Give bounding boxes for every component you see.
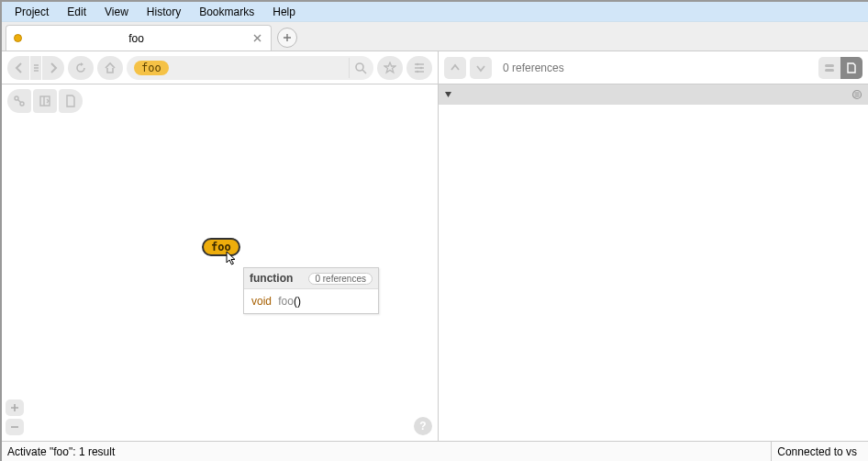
ref-mode-b-button[interactable] <box>840 57 862 79</box>
nav-forward-button[interactable] <box>42 56 64 80</box>
svg-rect-7 <box>825 64 834 67</box>
tab-title: foo <box>29 32 243 45</box>
svg-point-0 <box>356 63 363 71</box>
tab-close-icon[interactable] <box>250 32 263 45</box>
graph-node-foo[interactable]: foo function 0 references void foo() <box>202 238 240 256</box>
ref-down-button[interactable] <box>470 57 492 79</box>
tooltip-signature: void foo() <box>244 289 378 313</box>
zoom-in-button[interactable] <box>6 399 24 416</box>
references-body <box>439 105 868 441</box>
status-connection: Connected to vs <box>771 442 862 461</box>
settings-button[interactable] <box>406 56 432 80</box>
status-bar: Activate "foo": 1 result Connected to vs <box>2 441 868 461</box>
tab-dirty-icon <box>14 34 22 42</box>
help-button[interactable]: ? <box>414 417 432 435</box>
menu-help[interactable]: Help <box>263 4 305 20</box>
graph-toolbar: foo <box>2 51 438 84</box>
menu-history[interactable]: History <box>138 4 190 20</box>
nav-back-forward <box>7 56 64 80</box>
graph-view-button[interactable] <box>7 89 31 113</box>
references-toolbar: 0 references <box>439 51 868 84</box>
graph-pane: foo foo <box>2 51 439 441</box>
graph-canvas[interactable]: foo function 0 references void foo() <box>2 118 438 441</box>
graph-subtoolbar <box>2 84 438 118</box>
menu-bar: Project Edit View History Bookmarks Help <box>2 2 868 22</box>
menu-project[interactable]: Project <box>6 4 58 20</box>
new-tab-button[interactable] <box>277 28 297 48</box>
menu-view[interactable]: View <box>95 4 138 20</box>
status-message: Activate "foo": 1 result <box>7 445 115 458</box>
nav-back-button[interactable] <box>7 56 29 80</box>
svg-point-1 <box>417 62 419 65</box>
node-tooltip: function 0 references void foo() <box>243 267 379 314</box>
menu-edit[interactable]: Edit <box>58 4 95 20</box>
svg-point-2 <box>420 66 423 69</box>
ref-up-button[interactable] <box>444 57 466 79</box>
tab-foo[interactable]: foo <box>6 25 272 51</box>
search-field[interactable]: foo <box>127 56 373 80</box>
panel-view-button[interactable] <box>33 89 57 113</box>
svg-point-4 <box>15 96 18 100</box>
ref-mode-a-button[interactable] <box>818 57 840 79</box>
cursor-icon <box>226 251 239 267</box>
svg-point-5 <box>20 102 24 106</box>
references-count: 0 references <box>503 62 564 74</box>
tooltip-kind: function <box>250 272 293 285</box>
file-view-button[interactable] <box>59 89 83 113</box>
references-header[interactable] <box>439 84 868 105</box>
svg-rect-8 <box>825 69 834 72</box>
favorite-button[interactable] <box>377 56 403 80</box>
tab-bar: foo <box>2 22 868 51</box>
zoom-out-button[interactable] <box>6 419 24 435</box>
refresh-button[interactable] <box>68 56 94 80</box>
references-pane: 0 references <box>439 51 868 441</box>
svg-point-3 <box>417 70 419 73</box>
collapse-icon[interactable] <box>444 91 452 99</box>
menu-bookmarks[interactable]: Bookmarks <box>190 4 263 20</box>
nav-history-dropdown[interactable] <box>30 56 41 80</box>
search-icon[interactable] <box>349 58 371 78</box>
zoom-controls <box>6 399 24 435</box>
tooltip-refcount: 0 references <box>308 273 373 285</box>
search-chip: foo <box>134 61 169 75</box>
ref-header-options-icon[interactable] <box>851 89 862 100</box>
home-button[interactable] <box>97 56 123 80</box>
